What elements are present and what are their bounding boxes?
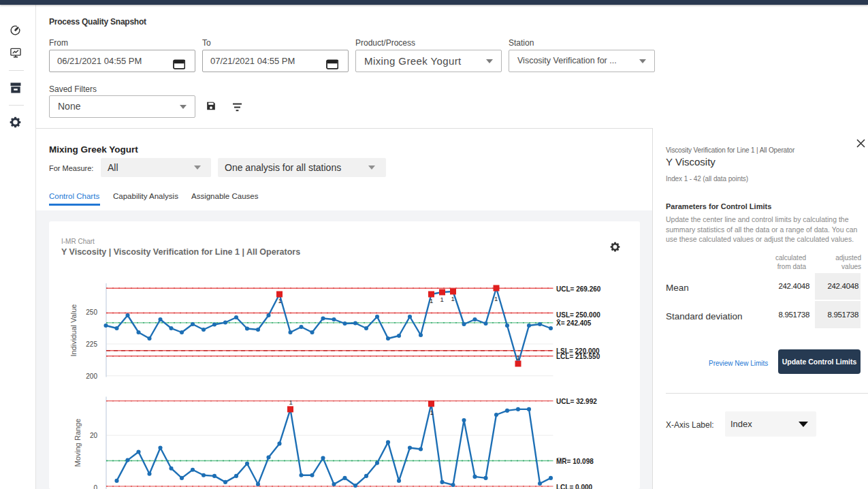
svg-text:X̄= 242.405: X̄= 242.405 bbox=[556, 319, 592, 327]
svg-text:200: 200 bbox=[86, 373, 97, 380]
svg-text:1: 1 bbox=[289, 398, 292, 406]
svg-text:1: 1 bbox=[451, 295, 454, 302]
svg-text:LCL= 215.550: LCL= 215.550 bbox=[556, 353, 600, 360]
svg-text:USL= 250.000: USL= 250.000 bbox=[556, 311, 600, 319]
svg-text:LCL= 0.000: LCL= 0.000 bbox=[556, 484, 593, 489]
svg-text:225: 225 bbox=[86, 341, 97, 348]
svg-text:20: 20 bbox=[89, 432, 97, 439]
svg-text:1: 1 bbox=[440, 296, 443, 303]
svg-text:1: 1 bbox=[430, 409, 433, 416]
svg-text:1: 1 bbox=[430, 297, 433, 304]
svg-text:Individual Value: Individual Value bbox=[69, 304, 78, 357]
svg-text:UCL= 32.992: UCL= 32.992 bbox=[556, 398, 597, 405]
svg-text:1: 1 bbox=[278, 297, 281, 304]
svg-text:0: 0 bbox=[93, 484, 97, 489]
svg-text:1: 1 bbox=[516, 353, 519, 361]
svg-text:Moving Range: Moving Range bbox=[74, 419, 82, 467]
svg-text:UCL= 269.260: UCL= 269.260 bbox=[556, 285, 601, 293]
svg-text:M̅R̅= 10.098: M̅R̅= 10.098 bbox=[556, 458, 594, 465]
svg-text:250: 250 bbox=[86, 309, 97, 316]
svg-text:1: 1 bbox=[494, 295, 498, 302]
